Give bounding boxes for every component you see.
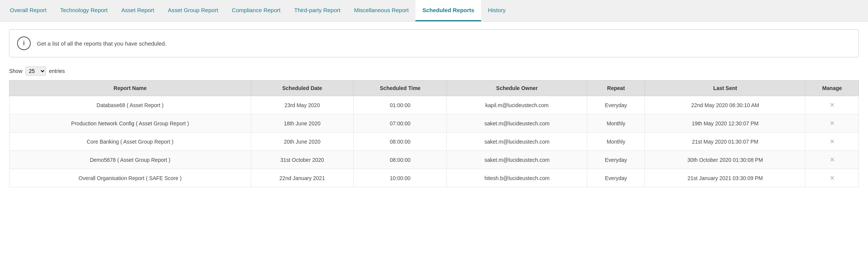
table-row: Demo5678 ( Asset Group Report )31st Octo… <box>9 151 859 169</box>
cell-scheduled_time: 01:00:00 <box>354 96 447 114</box>
info-box: i Get a list of all the reports that you… <box>9 29 859 57</box>
show-label: Show <box>9 68 22 74</box>
cell-last_sent: 22nd May 2020 06:30:10 AM <box>645 96 805 114</box>
tab-overall-report[interactable]: Overall Report <box>3 0 53 21</box>
cell-report_name: Core Banking ( Asset Group Report ) <box>9 133 251 151</box>
delete-button[interactable]: ✕ <box>827 101 838 109</box>
main-content: i Get a list of all the reports that you… <box>0 22 868 195</box>
cell-manage: ✕ <box>805 169 859 187</box>
col-schedule-owner: Schedule Owner <box>447 81 587 96</box>
cell-schedule_owner: saket.m@lucideustech.com <box>447 114 587 133</box>
cell-scheduled_time: 08:00:00 <box>354 133 447 151</box>
cell-repeat: Everyday <box>587 151 645 169</box>
tab-history[interactable]: History <box>481 0 513 21</box>
table-row: Production Network Config ( Asset Group … <box>9 114 859 133</box>
delete-button[interactable]: ✕ <box>827 174 838 182</box>
cell-scheduled_time: 10:00:00 <box>354 169 447 187</box>
cell-repeat: Everyday <box>587 169 645 187</box>
table-row: Database68 ( Asset Report )23rd May 2020… <box>9 96 859 114</box>
scheduled-reports-table: Report Name Scheduled Date Scheduled Tim… <box>9 80 859 187</box>
col-repeat: Repeat <box>587 81 645 96</box>
table-header-row: Report Name Scheduled Date Scheduled Tim… <box>9 81 859 96</box>
cell-schedule_owner: saket.m@lucideustech.com <box>447 151 587 169</box>
col-report-name: Report Name <box>9 81 251 96</box>
tab-technology-report[interactable]: Technology Report <box>53 0 115 21</box>
cell-scheduled_date: 23rd May 2020 <box>251 96 354 114</box>
info-text: Get a list of all the reports that you h… <box>37 40 167 47</box>
cell-manage: ✕ <box>805 114 859 133</box>
cell-last_sent: 21st May 2020 01:30:07 PM <box>645 133 805 151</box>
cell-report_name: Demo5678 ( Asset Group Report ) <box>9 151 251 169</box>
cell-repeat: Everyday <box>587 96 645 114</box>
entries-label: entries <box>49 68 65 74</box>
col-scheduled-time: Scheduled Time <box>354 81 447 96</box>
cell-report_name: Overall Organisation Report ( SAFE Score… <box>9 169 251 187</box>
delete-button[interactable]: ✕ <box>827 119 838 128</box>
cell-repeat: Monthly <box>587 114 645 133</box>
entries-select[interactable]: 25 10 50 100 <box>25 66 46 76</box>
delete-button[interactable]: ✕ <box>827 155 838 164</box>
show-entries-control: Show 25 10 50 100 entries <box>9 66 859 76</box>
col-scheduled-date: Scheduled Date <box>251 81 354 96</box>
delete-button[interactable]: ✕ <box>827 137 838 146</box>
cell-manage: ✕ <box>805 133 859 151</box>
tab-scheduled-reports[interactable]: Scheduled Reports <box>415 0 481 21</box>
cell-report_name: Production Network Config ( Asset Group … <box>9 114 251 133</box>
cell-scheduled_date: 20th June 2020 <box>251 133 354 151</box>
tab-asset-report[interactable]: Asset Report <box>115 0 161 21</box>
tab-asset-group-report[interactable]: Asset Group Report <box>161 0 225 21</box>
cell-manage: ✕ <box>805 151 859 169</box>
cell-manage: ✕ <box>805 96 859 114</box>
tab-bar: Overall Report Technology Report Asset R… <box>0 0 868 22</box>
cell-last_sent: 30th October 2020 01:30:08 PM <box>645 151 805 169</box>
col-last-sent: Last Sent <box>645 81 805 96</box>
info-icon: i <box>17 36 31 50</box>
tab-compliance-report[interactable]: Compliance Report <box>225 0 287 21</box>
table-row: Core Banking ( Asset Group Report )20th … <box>9 133 859 151</box>
cell-repeat: Monthly <box>587 133 645 151</box>
tab-miscellaneous-report[interactable]: Miscellaneous Report <box>347 0 415 21</box>
cell-report_name: Database68 ( Asset Report ) <box>9 96 251 114</box>
cell-scheduled_time: 07:00:00 <box>354 114 447 133</box>
cell-schedule_owner: kapil.m@lucideustech.com <box>447 96 587 114</box>
cell-scheduled_date: 22nd January 2021 <box>251 169 354 187</box>
table-row: Overall Organisation Report ( SAFE Score… <box>9 169 859 187</box>
cell-last_sent: 21st January 2021 03:30:09 PM <box>645 169 805 187</box>
cell-scheduled_date: 18th June 2020 <box>251 114 354 133</box>
cell-schedule_owner: hitesh.b@lucideustech.com <box>447 169 587 187</box>
cell-schedule_owner: saket.m@lucideustech.com <box>447 133 587 151</box>
col-manage: Manage <box>805 81 859 96</box>
cell-scheduled_time: 08:00:00 <box>354 151 447 169</box>
cell-scheduled_date: 31st October 2020 <box>251 151 354 169</box>
tab-third-party-report[interactable]: Third-party Report <box>287 0 347 21</box>
cell-last_sent: 19th May 2020 12:30:07 PM <box>645 114 805 133</box>
